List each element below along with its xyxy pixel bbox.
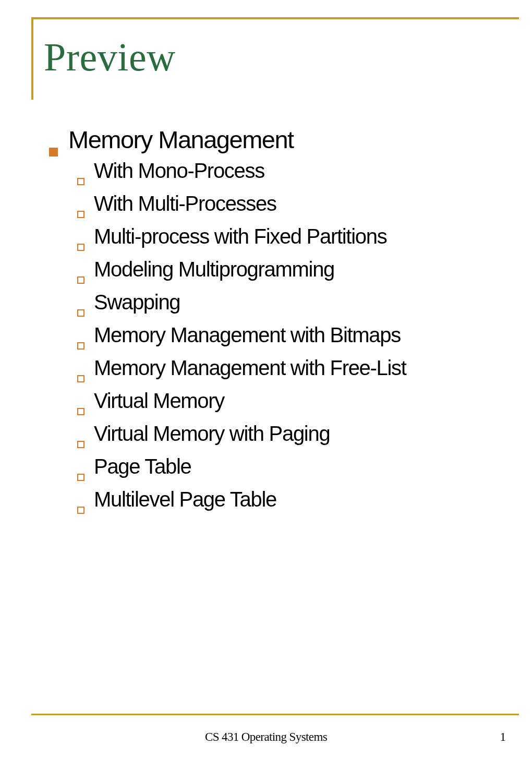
list-item-text: Virtual Memory [94, 389, 224, 413]
hollow-square-bullet-icon [77, 342, 84, 350]
list-item-level1: Memory Management [49, 125, 501, 154]
square-bullet-icon [49, 148, 58, 157]
hollow-square-bullet-icon [77, 375, 84, 382]
list-item: Multilevel Page Table [77, 488, 501, 511]
hollow-square-bullet-icon [77, 178, 84, 185]
list-item-text: Multilevel Page Table [94, 488, 276, 511]
list-item-text: Virtual Memory with Paging [94, 422, 330, 446]
list-item-text: Memory Management with Bitmaps [94, 323, 401, 347]
list-item-text: Modeling Multiprogramming [94, 258, 334, 281]
left-border [31, 17, 33, 100]
list-item: Memory Management with Bitmaps [77, 323, 501, 347]
hollow-square-bullet-icon [77, 441, 84, 448]
slide-title: Preview [44, 34, 176, 80]
hollow-square-bullet-icon [77, 244, 84, 251]
slide: Preview Memory Management With Mono-Proc… [0, 0, 532, 770]
list-item: Virtual Memory with Paging [77, 422, 501, 446]
list-item: Page Table [77, 455, 501, 478]
list-item: Multi-process with Fixed Partitions [77, 225, 501, 248]
hollow-square-bullet-icon [77, 507, 84, 514]
list-item-text: Swapping [94, 291, 180, 314]
top-border [31, 17, 519, 19]
list-item-text: Memory Management with Free-List [94, 356, 406, 380]
list-item: Memory Management with Free-List [77, 356, 501, 380]
list-item: Modeling Multiprogramming [77, 258, 501, 281]
hollow-square-bullet-icon [77, 474, 84, 481]
list-item-text: Multi-process with Fixed Partitions [94, 225, 386, 248]
list-item-text: With Mono-Process [94, 159, 264, 183]
footer-course: CS 431 Operating Systems [0, 730, 532, 744]
slide-content: Memory Management With Mono-Process With… [49, 125, 501, 521]
hollow-square-bullet-icon [77, 408, 84, 415]
list-item: Virtual Memory [77, 389, 501, 413]
sublist: With Mono-Process With Multi-Processes M… [77, 159, 501, 511]
list-item: With Mono-Process [77, 159, 501, 183]
list-item-text: With Multi-Processes [94, 192, 276, 215]
footer-page-number: 1 [500, 730, 506, 744]
bottom-border [31, 714, 519, 715]
heading-text: Memory Management [68, 125, 294, 154]
hollow-square-bullet-icon [77, 276, 84, 284]
hollow-square-bullet-icon [77, 309, 84, 317]
hollow-square-bullet-icon [77, 211, 84, 218]
list-item: With Multi-Processes [77, 192, 501, 215]
list-item-text: Page Table [94, 455, 191, 478]
list-item: Swapping [77, 291, 501, 314]
